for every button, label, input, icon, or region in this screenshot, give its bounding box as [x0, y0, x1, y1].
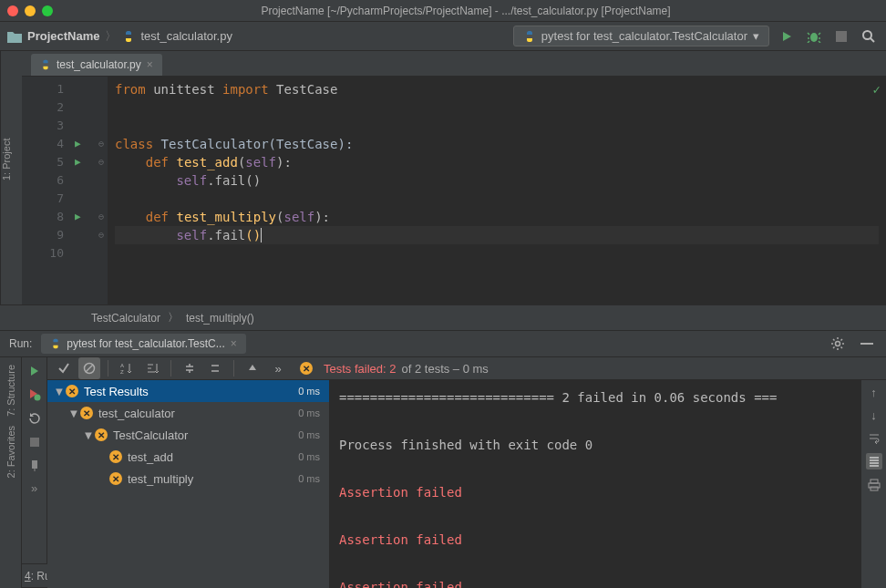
- rerun-button[interactable]: [26, 363, 43, 379]
- path-breadcrumb[interactable]: ProjectName 〉 test_calculator.py: [7, 28, 232, 45]
- tree-time: 0 ms: [298, 473, 320, 484]
- expand-icon[interactable]: »: [31, 481, 37, 495]
- window-minimize-button[interactable]: [25, 5, 36, 16]
- fold-icon[interactable]: ⊖: [98, 135, 104, 153]
- expand-arrow-icon[interactable]: ▼: [53, 385, 66, 398]
- svg-text:Z: Z: [120, 369, 124, 375]
- run-panel-tab[interactable]: pytest for test_calculator.TestC... ×: [41, 334, 245, 354]
- tree-label: test_multiply: [128, 472, 193, 486]
- tests-failed-label: Tests failed: 2: [324, 362, 397, 376]
- settings-button[interactable]: [828, 334, 848, 354]
- breadcrumb-separator: 〉: [168, 310, 179, 325]
- editor-gutter: ▶ ▶ ▶ ⊖ ⊖ ⊖ ⊖: [71, 77, 108, 304]
- editor-tab[interactable]: test_calculator.py ×: [31, 54, 162, 76]
- collapse-all-button[interactable]: [204, 357, 226, 379]
- tree-label: TestCalculator: [113, 428, 188, 442]
- tab-close-button[interactable]: ×: [147, 58, 153, 71]
- editor-tab-label: test_calculator.py: [57, 58, 141, 71]
- fail-status-icon: ✕: [95, 428, 108, 441]
- fold-icon[interactable]: ⊖: [98, 226, 104, 244]
- breadcrumb-project[interactable]: ProjectName: [27, 29, 99, 43]
- fold-icon[interactable]: ⊖: [98, 153, 104, 171]
- expand-arrow-icon[interactable]: ▼: [82, 428, 95, 442]
- scroll-up-button[interactable]: ↑: [871, 386, 877, 399]
- run-marker-icon[interactable]: ▶: [75, 135, 81, 153]
- toggle-auto-test-button[interactable]: [26, 410, 43, 427]
- stop-button[interactable]: [831, 26, 851, 46]
- folder-icon: [7, 30, 22, 43]
- python-file-icon: [122, 30, 135, 43]
- left-tool-strip: 1: Project: [0, 51, 22, 304]
- fail-status-icon: ✕: [109, 450, 122, 463]
- tree-item[interactable]: ▼ ✕ test_calculator 0 ms: [47, 402, 329, 424]
- breadcrumb-separator: 〉: [105, 28, 117, 45]
- editor-tab-bar: test_calculator.py ×: [22, 51, 886, 77]
- fail-status-icon: ✕: [66, 385, 78, 397]
- tab-close-button[interactable]: ×: [231, 337, 237, 350]
- tree-label: Test Results: [84, 385, 149, 398]
- search-button[interactable]: [859, 26, 879, 46]
- sidebar-project-tab[interactable]: 1: Project: [1, 139, 12, 181]
- tree-root[interactable]: ▼ ✕ Test Results 0 ms: [47, 380, 329, 402]
- code-content[interactable]: from unittest import TestCase class Test…: [108, 77, 886, 304]
- fold-icon[interactable]: ⊖: [98, 208, 104, 226]
- svg-rect-1: [836, 31, 847, 42]
- run-marker-icon[interactable]: ▶: [75, 153, 81, 171]
- favorites-tab[interactable]: 2: Favorites: [5, 426, 16, 478]
- pin-button[interactable]: [26, 458, 43, 474]
- expand-arrow-icon[interactable]: ▼: [67, 407, 80, 420]
- code-editor[interactable]: ✓ 12345678910 ▶ ▶ ▶ ⊖ ⊖ ⊖ ⊖ from unittes…: [22, 77, 886, 304]
- stop-tests-button[interactable]: [26, 434, 43, 450]
- python-file-icon: [40, 59, 51, 70]
- run-configuration-selector[interactable]: pytest for test_calculator.TestCalculato…: [513, 26, 769, 46]
- breadcrumb-file[interactable]: test_calculator.py: [140, 29, 232, 43]
- window-maximize-button[interactable]: [42, 5, 53, 16]
- run-marker-icon[interactable]: ▶: [75, 208, 81, 226]
- tree-item[interactable]: ✕ test_add 0 ms: [47, 446, 329, 468]
- tree-item[interactable]: ▼ ✕ TestCalculator 0 ms: [47, 424, 329, 446]
- previous-failed-button[interactable]: [242, 357, 263, 379]
- test-status-summary: ✕ Tests failed: 2 of 2 tests – 0 ms: [300, 362, 489, 376]
- test-console-output[interactable]: ============================ 2 failed in…: [330, 380, 860, 588]
- sort-alpha-button[interactable]: AZ: [116, 357, 138, 379]
- console-side-toolbar: ↑ ↓: [860, 380, 886, 588]
- run-panel-header: Run: pytest for test_calculator.TestC...…: [0, 330, 886, 357]
- scroll-down-button[interactable]: ↓: [871, 408, 877, 422]
- breadcrumb-class[interactable]: TestCalculator: [91, 312, 160, 325]
- show-ignored-button[interactable]: [78, 357, 100, 379]
- window-title: ProjectName [~/PycharmProjects/ProjectNa…: [53, 5, 879, 17]
- print-button[interactable]: [868, 479, 881, 491]
- titlebar: ProjectName [~/PycharmProjects/ProjectNa…: [0, 0, 886, 22]
- test-toolbar: AZ » ✕ Tests failed: 2 of 2 tests – 0 ms: [47, 357, 886, 380]
- soft-wrap-button[interactable]: [868, 431, 881, 444]
- run-side-toolbar: »: [22, 357, 47, 563]
- run-button[interactable]: [777, 26, 797, 46]
- expand-toolbar-button[interactable]: »: [267, 357, 289, 379]
- run-config-label: pytest for test_calculator.TestCalculato…: [541, 29, 747, 43]
- show-passed-button[interactable]: [53, 357, 75, 379]
- svg-point-0: [810, 33, 818, 42]
- tree-item[interactable]: ✕ test_multiply 0 ms: [47, 468, 329, 490]
- debug-button[interactable]: [804, 26, 824, 46]
- breadcrumb-method[interactable]: test_multiply(): [186, 312, 254, 325]
- minimize-panel-button[interactable]: [857, 334, 877, 354]
- chevron-down-icon: ▾: [753, 29, 759, 43]
- svg-rect-6: [30, 438, 39, 447]
- fail-status-icon: ✕: [300, 362, 313, 375]
- test-results-tree[interactable]: ▼ ✕ Test Results 0 ms ▼ ✕ test_calculato…: [47, 380, 330, 588]
- python-file-icon: [523, 30, 536, 43]
- fail-status-icon: ✕: [80, 407, 93, 419]
- expand-all-button[interactable]: [179, 357, 201, 379]
- python-file-icon: [50, 338, 61, 349]
- tree-time: 0 ms: [298, 429, 320, 440]
- sort-duration-button[interactable]: [141, 357, 163, 379]
- tree-time: 0 ms: [298, 407, 320, 418]
- svg-rect-12: [871, 480, 878, 483]
- scroll-to-end-button[interactable]: [866, 453, 882, 469]
- structure-tab[interactable]: 7: Structure: [5, 365, 16, 417]
- window-close-button[interactable]: [7, 5, 18, 16]
- fail-status-icon: ✕: [109, 472, 122, 485]
- svg-rect-7: [32, 460, 37, 469]
- rerun-failed-button[interactable]: [26, 387, 43, 403]
- tree-time: 0 ms: [298, 451, 320, 462]
